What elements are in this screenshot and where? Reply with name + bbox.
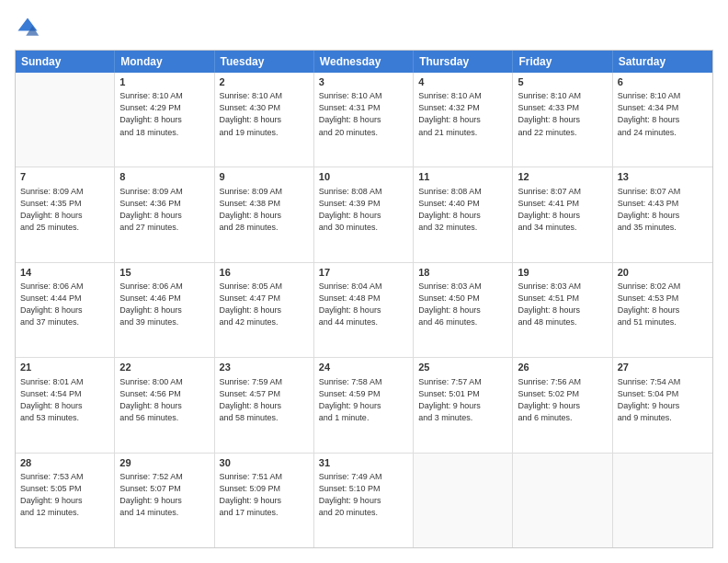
calendar-day-cell: 18Sunrise: 8:03 AM Sunset: 4:50 PM Dayli… xyxy=(414,263,513,357)
day-info: Sunrise: 8:07 AM Sunset: 4:43 PM Dayligh… xyxy=(618,186,708,234)
day-number: 27 xyxy=(618,361,708,374)
day-number: 1 xyxy=(119,75,209,89)
day-number: 16 xyxy=(220,266,309,280)
calendar-day-cell: 5Sunrise: 8:10 AM Sunset: 4:33 PM Daylig… xyxy=(513,73,612,167)
calendar-row: 21Sunrise: 8:01 AM Sunset: 4:54 PM Dayli… xyxy=(16,357,712,452)
day-info: Sunrise: 8:03 AM Sunset: 4:51 PM Dayligh… xyxy=(518,281,607,328)
day-number: 17 xyxy=(319,266,408,280)
day-number: 10 xyxy=(319,170,408,184)
day-info: Sunrise: 8:09 AM Sunset: 4:36 PM Dayligh… xyxy=(119,186,209,234)
calendar-day-cell: 10Sunrise: 8:08 AM Sunset: 4:39 PM Dayli… xyxy=(314,167,414,261)
calendar-day-cell: 26Sunrise: 7:56 AM Sunset: 5:02 PM Dayli… xyxy=(513,358,612,452)
weekday-header: Wednesday xyxy=(314,51,414,73)
day-number: 15 xyxy=(119,266,209,280)
day-number: 19 xyxy=(518,266,607,280)
day-info: Sunrise: 7:58 AM Sunset: 4:59 PM Dayligh… xyxy=(319,376,408,424)
calendar-day-cell: 4Sunrise: 8:10 AM Sunset: 4:32 PM Daylig… xyxy=(414,73,513,167)
day-info: Sunrise: 8:03 AM Sunset: 4:50 PM Dayligh… xyxy=(418,281,507,328)
day-info: Sunrise: 8:09 AM Sunset: 4:38 PM Dayligh… xyxy=(220,186,309,234)
day-number: 22 xyxy=(119,361,209,374)
day-number: 21 xyxy=(20,361,109,374)
day-info: Sunrise: 8:00 AM Sunset: 4:56 PM Dayligh… xyxy=(119,376,209,424)
day-info: Sunrise: 8:10 AM Sunset: 4:30 PM Dayligh… xyxy=(220,90,309,138)
calendar-body: 1Sunrise: 8:10 AM Sunset: 4:29 PM Daylig… xyxy=(16,73,712,547)
day-number: 12 xyxy=(518,170,607,184)
calendar-day-cell: 1Sunrise: 8:10 AM Sunset: 4:29 PM Daylig… xyxy=(115,73,214,167)
day-info: Sunrise: 8:05 AM Sunset: 4:47 PM Dayligh… xyxy=(220,281,309,328)
calendar-header: SundayMondayTuesdayWednesdayThursdayFrid… xyxy=(16,51,712,73)
day-number: 11 xyxy=(418,170,507,184)
calendar-day-cell: 16Sunrise: 8:05 AM Sunset: 4:47 PM Dayli… xyxy=(215,263,314,357)
calendar-day-cell: 13Sunrise: 8:07 AM Sunset: 4:43 PM Dayli… xyxy=(613,167,712,261)
day-number: 7 xyxy=(20,170,109,184)
calendar-day-cell: 25Sunrise: 7:57 AM Sunset: 5:01 PM Dayli… xyxy=(414,358,513,452)
day-info: Sunrise: 8:08 AM Sunset: 4:39 PM Dayligh… xyxy=(319,186,408,234)
day-number: 26 xyxy=(518,361,607,374)
day-number: 14 xyxy=(20,266,109,280)
day-number: 20 xyxy=(618,266,708,280)
day-number: 31 xyxy=(319,456,408,470)
calendar-day-cell: 23Sunrise: 7:59 AM Sunset: 4:57 PM Dayli… xyxy=(215,358,314,452)
day-info: Sunrise: 7:49 AM Sunset: 5:10 PM Dayligh… xyxy=(319,471,408,519)
weekday-header: Saturday xyxy=(613,51,712,73)
day-info: Sunrise: 8:10 AM Sunset: 4:31 PM Dayligh… xyxy=(319,90,408,138)
logo-icon xyxy=(15,15,40,40)
calendar-day-cell: 2Sunrise: 8:10 AM Sunset: 4:30 PM Daylig… xyxy=(215,73,314,167)
calendar-row: 14Sunrise: 8:06 AM Sunset: 4:44 PM Dayli… xyxy=(16,262,712,357)
calendar-row: 28Sunrise: 7:53 AM Sunset: 5:05 PM Dayli… xyxy=(16,453,712,547)
calendar-empty-cell xyxy=(613,454,712,547)
weekday-header: Monday xyxy=(115,51,214,73)
calendar-day-cell: 21Sunrise: 8:01 AM Sunset: 4:54 PM Dayli… xyxy=(16,358,115,452)
day-number: 8 xyxy=(119,170,209,184)
calendar-day-cell: 14Sunrise: 8:06 AM Sunset: 4:44 PM Dayli… xyxy=(16,263,115,357)
day-info: Sunrise: 8:10 AM Sunset: 4:34 PM Dayligh… xyxy=(618,90,708,138)
calendar-day-cell: 8Sunrise: 8:09 AM Sunset: 4:36 PM Daylig… xyxy=(115,167,214,261)
calendar-day-cell: 30Sunrise: 7:51 AM Sunset: 5:09 PM Dayli… xyxy=(215,454,314,547)
header xyxy=(15,15,713,40)
day-number: 30 xyxy=(220,456,309,470)
day-info: Sunrise: 7:52 AM Sunset: 5:07 PM Dayligh… xyxy=(119,471,209,519)
calendar-day-cell: 17Sunrise: 8:04 AM Sunset: 4:48 PM Dayli… xyxy=(314,263,414,357)
logo xyxy=(15,15,44,40)
calendar-day-cell: 28Sunrise: 7:53 AM Sunset: 5:05 PM Dayli… xyxy=(16,454,115,547)
calendar-day-cell: 31Sunrise: 7:49 AM Sunset: 5:10 PM Dayli… xyxy=(314,454,414,547)
calendar-day-cell: 19Sunrise: 8:03 AM Sunset: 4:51 PM Dayli… xyxy=(513,263,612,357)
calendar-day-cell: 27Sunrise: 7:54 AM Sunset: 5:04 PM Dayli… xyxy=(613,358,712,452)
weekday-header: Thursday xyxy=(414,51,513,73)
day-info: Sunrise: 8:01 AM Sunset: 4:54 PM Dayligh… xyxy=(20,376,109,424)
calendar-day-cell: 11Sunrise: 8:08 AM Sunset: 4:40 PM Dayli… xyxy=(414,167,513,261)
calendar-day-cell: 29Sunrise: 7:52 AM Sunset: 5:07 PM Dayli… xyxy=(115,454,214,547)
day-info: Sunrise: 8:02 AM Sunset: 4:53 PM Dayligh… xyxy=(618,281,708,328)
day-number: 3 xyxy=(319,75,408,89)
calendar-day-cell: 6Sunrise: 8:10 AM Sunset: 4:34 PM Daylig… xyxy=(613,73,712,167)
day-info: Sunrise: 7:51 AM Sunset: 5:09 PM Dayligh… xyxy=(220,471,309,519)
day-number: 18 xyxy=(418,266,507,280)
day-info: Sunrise: 8:08 AM Sunset: 4:40 PM Dayligh… xyxy=(418,186,507,234)
day-number: 29 xyxy=(119,456,209,470)
day-info: Sunrise: 8:06 AM Sunset: 4:46 PM Dayligh… xyxy=(119,281,209,328)
calendar-day-cell: 12Sunrise: 8:07 AM Sunset: 4:41 PM Dayli… xyxy=(513,167,612,261)
calendar-day-cell: 20Sunrise: 8:02 AM Sunset: 4:53 PM Dayli… xyxy=(613,263,712,357)
day-number: 4 xyxy=(418,75,507,89)
day-info: Sunrise: 8:06 AM Sunset: 4:44 PM Dayligh… xyxy=(20,281,109,328)
calendar-day-cell: 22Sunrise: 8:00 AM Sunset: 4:56 PM Dayli… xyxy=(115,358,214,452)
day-number: 23 xyxy=(220,361,309,374)
day-number: 5 xyxy=(518,75,607,89)
page: SundayMondayTuesdayWednesdayThursdayFrid… xyxy=(0,0,728,563)
calendar-empty-cell xyxy=(16,73,115,167)
day-number: 28 xyxy=(20,456,109,470)
calendar-empty-cell xyxy=(414,454,513,547)
calendar: SundayMondayTuesdayWednesdayThursdayFrid… xyxy=(15,50,713,548)
calendar-day-cell: 24Sunrise: 7:58 AM Sunset: 4:59 PM Dayli… xyxy=(314,358,414,452)
calendar-day-cell: 9Sunrise: 8:09 AM Sunset: 4:38 PM Daylig… xyxy=(215,167,314,261)
weekday-header: Sunday xyxy=(16,51,115,73)
day-number: 24 xyxy=(319,361,408,374)
day-info: Sunrise: 8:10 AM Sunset: 4:33 PM Dayligh… xyxy=(518,90,607,138)
day-info: Sunrise: 8:10 AM Sunset: 4:32 PM Dayligh… xyxy=(418,90,507,138)
calendar-day-cell: 15Sunrise: 8:06 AM Sunset: 4:46 PM Dayli… xyxy=(115,263,214,357)
day-info: Sunrise: 8:07 AM Sunset: 4:41 PM Dayligh… xyxy=(518,186,607,234)
day-info: Sunrise: 7:57 AM Sunset: 5:01 PM Dayligh… xyxy=(418,376,507,424)
day-info: Sunrise: 8:04 AM Sunset: 4:48 PM Dayligh… xyxy=(319,281,408,328)
calendar-row: 1Sunrise: 8:10 AM Sunset: 4:29 PM Daylig… xyxy=(16,73,712,167)
weekday-header: Tuesday xyxy=(215,51,314,73)
